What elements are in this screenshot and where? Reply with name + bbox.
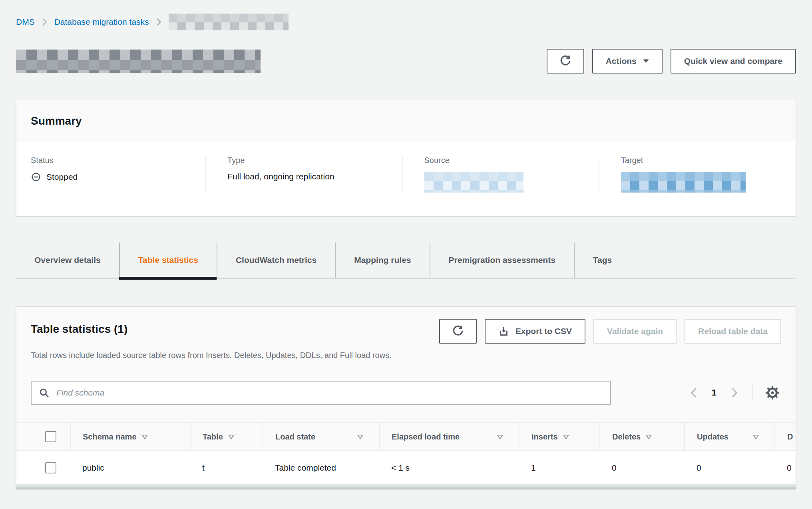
- current-page-number[interactable]: 1: [712, 388, 716, 398]
- tab-label: Mapping rules: [354, 255, 411, 265]
- table-refresh-button[interactable]: [439, 319, 477, 344]
- sort-icon: [645, 434, 652, 440]
- stopped-circle-minus-icon: [31, 172, 41, 182]
- cell-ddls: 0: [775, 451, 796, 484]
- table-toolbar: 1: [31, 381, 781, 405]
- cell-deletes: 0: [600, 451, 685, 484]
- select-all-checkbox[interactable]: [45, 431, 56, 442]
- summary-field-target: Target: [599, 156, 796, 193]
- tab-bar: Overview details Table statistics CloudW…: [16, 243, 796, 278]
- tab-table-statistics[interactable]: Table statistics: [119, 243, 217, 278]
- cell-schema-name: public: [70, 451, 190, 484]
- tab-label: Premigration assessments: [449, 255, 555, 265]
- cell-inserts: 1: [519, 451, 600, 484]
- summary-field-status: Status Stopped: [16, 156, 205, 193]
- column-header-ddls-clipped[interactable]: D: [775, 423, 796, 451]
- download-icon: [498, 326, 509, 337]
- column-header-elapsed-load-time[interactable]: Elapsed load time: [379, 423, 519, 451]
- source-value-redacted[interactable]: [424, 172, 523, 193]
- column-header-deletes[interactable]: Deletes: [600, 423, 685, 451]
- table-row[interactable]: public t Table completed < 1 s 1 0 0 0: [16, 451, 796, 484]
- validate-button-label: Validate again: [607, 326, 663, 336]
- summary-field-type: Type Full load, ongoing replication: [205, 156, 402, 193]
- find-schema-search-input[interactable]: [31, 381, 611, 405]
- toolbar-divider: [752, 384, 752, 402]
- breadcrumb: DMS Database migration tasks: [16, 0, 796, 30]
- column-label: Load state: [275, 432, 315, 441]
- bottom-spacer: [16, 489, 796, 509]
- column-header-updates[interactable]: Updates: [685, 423, 775, 451]
- column-label: Deletes: [612, 432, 641, 441]
- settings-gear-icon: [765, 386, 780, 400]
- sort-icon: [357, 434, 364, 440]
- table-panel-header: Table statistics (1): [16, 307, 796, 422]
- tab-premigration-assessments[interactable]: Premigration assessments: [430, 243, 574, 278]
- column-label: D: [787, 432, 793, 441]
- column-label: Updates: [697, 432, 728, 441]
- search-icon: [39, 388, 50, 398]
- validate-again-button[interactable]: Validate again: [593, 319, 677, 344]
- export-to-csv-button[interactable]: Export to CSV: [485, 319, 585, 344]
- chevron-right-icon: [156, 18, 161, 26]
- column-header-schema-name[interactable]: Schema name: [70, 423, 190, 451]
- tab-label: CloudWatch metrics: [236, 255, 316, 265]
- preferences-button[interactable]: [764, 386, 781, 400]
- horizontal-scrollbar[interactable]: [16, 484, 796, 489]
- status-value: Stopped: [46, 172, 78, 182]
- breadcrumb-current-redacted: [169, 14, 289, 30]
- select-all-cell: [16, 423, 70, 451]
- column-label: Schema name: [83, 432, 137, 441]
- table-panel-actions: Export to CSV Validate again Reload tabl…: [439, 319, 781, 344]
- cell-load-state: Table completed: [263, 451, 379, 484]
- tab-cloudwatch-metrics[interactable]: CloudWatch metrics: [217, 243, 335, 278]
- table-panel-title: Table statistics (1): [31, 319, 127, 336]
- column-header-table[interactable]: Table: [190, 423, 263, 451]
- target-value-redacted[interactable]: [621, 172, 746, 193]
- summary-field-source: Source: [402, 156, 599, 193]
- summary-card-header: Summary: [16, 100, 796, 142]
- sort-icon: [228, 434, 235, 440]
- summary-title: Summary: [31, 115, 82, 127]
- tab-label: Overview details: [34, 255, 101, 265]
- breadcrumb-link-dms[interactable]: DMS: [16, 17, 35, 27]
- header-buttons: Actions Quick view and compare: [547, 49, 796, 74]
- page-header: Actions Quick view and compare: [16, 49, 796, 74]
- column-header-load-state[interactable]: Load state: [263, 423, 379, 451]
- next-page-button[interactable]: [728, 387, 740, 398]
- refresh-icon: [559, 55, 571, 67]
- table-statistics-card: Table statistics (1): [16, 306, 796, 489]
- tab-tags[interactable]: Tags: [574, 243, 630, 278]
- table-panel-description: Total rows include loaded source table r…: [31, 351, 781, 360]
- caret-down-icon: [643, 59, 649, 63]
- column-label: Inserts: [531, 432, 558, 441]
- tab-label: Table statistics: [138, 255, 198, 265]
- page-title-redacted: [16, 50, 261, 73]
- table-header-row: Schema name Table Load state: [16, 423, 796, 451]
- sort-icon: [752, 434, 759, 440]
- actions-button[interactable]: Actions: [592, 49, 663, 74]
- row-checkbox[interactable]: [45, 462, 56, 473]
- chevron-left-icon: [690, 387, 697, 398]
- row-select-cell: [16, 451, 70, 484]
- target-label: Target: [621, 156, 796, 165]
- reload-table-data-button[interactable]: Reload table data: [685, 319, 781, 344]
- summary-body: Status Stopped Type Full load, ongoing r…: [16, 142, 796, 216]
- actions-button-label: Actions: [606, 56, 637, 66]
- sort-icon: [563, 434, 569, 440]
- column-header-inserts[interactable]: Inserts: [519, 423, 600, 451]
- previous-page-button[interactable]: [688, 387, 700, 398]
- cell-elapsed-load-time: < 1 s: [379, 451, 519, 484]
- breadcrumb-link-tasks[interactable]: Database migration tasks: [54, 17, 149, 27]
- chevron-right-icon: [731, 387, 738, 398]
- type-value: Full load, ongoing replication: [227, 172, 334, 181]
- tab-overview-details[interactable]: Overview details: [16, 243, 119, 278]
- quick-view-button-label: Quick view and compare: [684, 56, 782, 66]
- tab-mapping-rules[interactable]: Mapping rules: [335, 243, 429, 278]
- source-label: Source: [424, 156, 599, 165]
- cell-updates: 0: [685, 451, 775, 484]
- refresh-button[interactable]: [547, 49, 584, 74]
- cell-table: t: [190, 451, 263, 484]
- quick-view-and-compare-button[interactable]: Quick view and compare: [671, 49, 796, 74]
- chevron-right-icon: [42, 18, 47, 26]
- reload-button-label: Reload table data: [698, 326, 768, 336]
